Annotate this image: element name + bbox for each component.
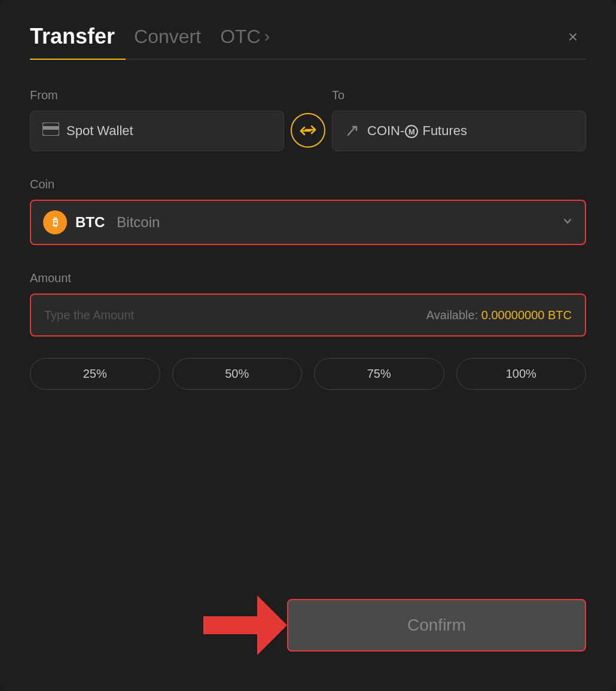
coin-section: Coin ₿ BTC Bitcoin (30, 178, 586, 245)
tab-underline-active (30, 59, 126, 60)
swap-btn-container (284, 93, 332, 148)
coin-label: Coin (30, 178, 586, 191)
tab-convert[interactable]: Convert (134, 26, 201, 57)
coin-symbol: BTC (75, 214, 105, 231)
tab-bar: Transfer Convert OTC › × (30, 24, 586, 59)
available-amount: 0.00000000 BTC (481, 308, 572, 322)
to-wallet-name: COIN-M Futures (367, 123, 467, 139)
amount-section: Amount Type the Amount Available: 0.0000… (30, 271, 586, 337)
tab-otc[interactable]: OTC › (220, 26, 270, 57)
wallet-icon (42, 123, 59, 139)
to-group: To COIN-M Futures (332, 88, 586, 151)
percent-75-button[interactable]: 75% (314, 358, 444, 390)
tab-transfer[interactable]: Transfer (30, 24, 115, 59)
from-wallet-name: Spot Wallet (66, 123, 133, 139)
coin-selector[interactable]: ₿ BTC Bitcoin (30, 200, 586, 245)
to-label: To (332, 88, 586, 102)
percent-25-button[interactable]: 25% (30, 358, 160, 390)
swap-button[interactable] (291, 113, 325, 148)
futures-icon (344, 123, 360, 139)
from-wallet-selector[interactable]: Spot Wallet (30, 111, 284, 151)
from-label: From (30, 88, 284, 102)
amount-label: Amount (30, 271, 586, 285)
from-group: From Spot Wallet (30, 88, 284, 151)
btc-icon: ₿ (43, 210, 67, 234)
close-button[interactable]: × (560, 24, 586, 50)
amount-placeholder: Type the Amount (44, 308, 134, 322)
percent-50-button[interactable]: 50% (172, 358, 303, 390)
svg-marker-4 (257, 595, 287, 655)
coin-fullname: Bitcoin (117, 214, 160, 231)
from-to-row: From Spot Wallet (30, 88, 586, 151)
svg-text:₿: ₿ (53, 216, 58, 228)
to-wallet-selector[interactable]: COIN-M Futures (332, 111, 586, 151)
svg-rect-3 (203, 616, 263, 634)
transfer-modal: Transfer Convert OTC › × From Spot Walle… (0, 0, 616, 691)
coin-chevron-icon (562, 216, 573, 230)
amount-input-box[interactable]: Type the Amount Available: 0.00000000 BT… (30, 293, 586, 337)
arrow-indicator (203, 595, 287, 655)
percent-100-button[interactable]: 100% (456, 358, 587, 390)
percent-row: 25% 50% 75% 100% (30, 358, 586, 390)
tab-underline (30, 59, 586, 60)
confirm-button[interactable]: Confirm (287, 599, 586, 652)
available-text: Available: 0.00000000 BTC (426, 308, 572, 322)
confirm-row: Confirm (30, 583, 586, 655)
svg-rect-1 (42, 126, 59, 130)
